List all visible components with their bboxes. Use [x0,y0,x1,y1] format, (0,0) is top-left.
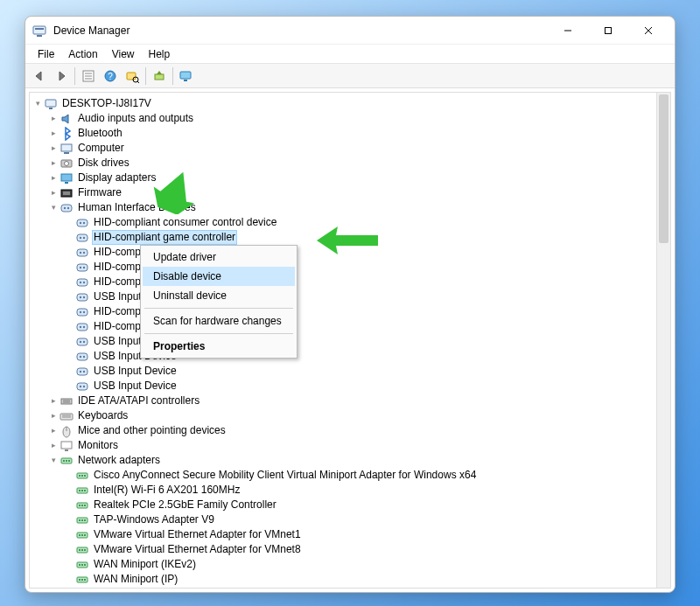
network-device-7-label: WAN Miniport (IP) [92,572,179,587]
device-tree[interactable]: ▾DESKTOP-IJ8I17V▸Audio inputs and output… [30,93,670,588]
ctx-properties[interactable]: Properties [143,337,295,356]
network-device-6[interactable]: ▸WAN Miniport (IKEv2) [32,557,668,572]
scan-hardware-button[interactable] [122,66,143,87]
expand-chevron[interactable]: ▸ [47,126,60,141]
hid-device-1-label: HID-compliant game controller [92,230,237,245]
category-monitors[interactable]: ▸Monitors [32,438,668,453]
show-devices-button[interactable] [176,66,197,87]
hid-device-11-icon [75,380,89,394]
expand-chevron[interactable]: ▸ [47,171,60,185]
svg-point-61 [83,355,85,357]
expand-chevron[interactable]: ▸ [47,408,60,423]
scrollbar[interactable] [656,93,670,588]
root-computer[interactable]: ▾DESKTOP-IJ8I17V [32,96,668,111]
help-button[interactable]: ? [100,66,121,87]
expand-chevron[interactable]: ▸ [47,423,60,438]
network-device-2[interactable]: ▸Realtek PCIe 2.5GbE Family Controller [32,498,668,512]
svg-marker-127 [317,226,378,254]
toolbar-separator [74,67,75,85]
svg-point-58 [83,340,85,342]
svg-point-63 [80,370,81,372]
svg-rect-38 [77,249,88,256]
category-keyboards-icon [60,409,74,423]
expand-chevron[interactable]: ▾ [47,453,60,468]
expand-chevron[interactable]: ▸ [47,185,60,200]
menu-view[interactable]: View [105,46,142,62]
category-audio[interactable]: ▸Audio inputs and outputs [32,111,668,126]
hid-device-7-icon [75,320,89,334]
category-keyboards[interactable]: ▸Keyboards [32,408,668,423]
svg-rect-84 [81,475,83,477]
svg-rect-17 [180,72,191,79]
forward-button[interactable] [51,66,72,87]
scrollbar-thumb[interactable] [659,94,668,243]
category-mice[interactable]: ▸Mice and other pointing devices [32,423,668,438]
svg-rect-62 [77,368,88,375]
category-bluetooth-label: Bluetooth [76,126,124,141]
hid-device-11[interactable]: ▸USB Input Device [32,379,668,394]
hid-device-4[interactable]: ▸HID-compliant vendor-defined device [32,275,668,289]
hid-device-11-label: USB Input Device [92,379,178,394]
svg-rect-103 [79,549,80,551]
expand-chevron[interactable]: ▾ [32,96,44,111]
network-device-3[interactable]: ▸TAP-Windows Adapter V9 [32,512,668,527]
ctx-scan-hardware[interactable]: Scan for hardware changes [143,311,295,331]
category-display-adapters[interactable]: ▸Display adapters [32,171,668,185]
toolbar-separator [172,67,173,85]
svg-rect-88 [81,490,83,491]
hid-device-5[interactable]: ▸USB Input Device [32,289,668,304]
expand-chevron[interactable]: ▸ [47,394,60,408]
ctx-update-driver[interactable]: Update driver [143,247,295,267]
svg-rect-91 [79,505,80,506]
properties-button[interactable] [78,66,99,87]
svg-marker-126 [149,171,201,214]
category-bluetooth[interactable]: ▸Bluetooth [32,126,668,141]
hid-device-10[interactable]: ▸USB Input Device [32,364,668,379]
svg-point-55 [83,325,85,327]
svg-rect-22 [64,152,69,154]
annotation-arrow-1 [149,171,201,214]
category-disk-drives[interactable]: ▸Disk drives [32,156,668,171]
hid-device-3[interactable]: ▸HID-compliant system controller [32,260,668,275]
network-device-7[interactable]: ▸WAN Miniport (IP) [32,572,668,587]
svg-rect-25 [61,174,72,181]
category-hid[interactable]: ▾Human Interface Devices [32,200,668,215]
network-device-1[interactable]: ▸Intel(R) Wi-Fi 6 AX201 160MHz [32,483,668,498]
ctx-disable-device[interactable]: Disable device [143,267,295,286]
svg-rect-29 [61,205,72,212]
category-firmware[interactable]: ▸Firmware [32,185,668,200]
menu-help[interactable]: Help [142,46,178,62]
update-driver-button[interactable] [149,66,170,87]
hid-device-7[interactable]: ▸HID-compliant vendor-defined device [32,319,668,334]
expand-chevron[interactable]: ▸ [47,141,60,156]
expand-chevron[interactable]: ▾ [47,200,60,215]
hid-device-9[interactable]: ▸USB Input Device [32,349,668,364]
context-menu: Update driver Disable device Uninstall d… [140,245,298,359]
category-computer[interactable]: ▸Computer [32,141,668,156]
minimize-button[interactable] [549,18,587,43]
ctx-uninstall-device[interactable]: Uninstall device [143,286,295,305]
svg-point-54 [80,325,81,327]
expand-chevron[interactable]: ▸ [47,156,60,171]
menu-action[interactable]: Action [61,46,104,62]
category-ide[interactable]: ▸IDE ATA/ATAPI controllers [32,394,668,408]
hid-device-0-label: HID-compliant consumer control device [92,215,278,230]
hid-device-8[interactable]: ▸USB Input Device [32,334,668,349]
titlebar[interactable]: Device Manager [25,17,675,45]
svg-rect-68 [61,399,72,404]
svg-point-57 [80,340,81,342]
expand-chevron[interactable]: ▸ [47,438,60,453]
network-device-4[interactable]: ▸VMware Virtual Ethernet Adapter for VMn… [32,527,668,542]
close-button[interactable] [629,18,668,43]
maximize-button[interactable] [589,18,627,43]
back-button[interactable] [29,66,50,87]
network-device-0[interactable]: ▸Cisco AnyConnect Secure Mobility Client… [32,468,668,483]
expand-chevron[interactable]: ▸ [47,111,60,126]
svg-rect-109 [84,564,86,566]
hid-device-6[interactable]: ▸HID-compliant vendor-defined device [32,304,668,319]
network-device-5[interactable]: ▸VMware Virtual Ethernet Adapter for VMn… [32,542,668,557]
category-network[interactable]: ▾Network adapters [32,453,668,468]
menu-file[interactable]: File [31,46,61,62]
network-device-0-icon [75,469,89,483]
network-device-8[interactable]: ▸WAN Miniport (IPv6) [32,587,668,588]
